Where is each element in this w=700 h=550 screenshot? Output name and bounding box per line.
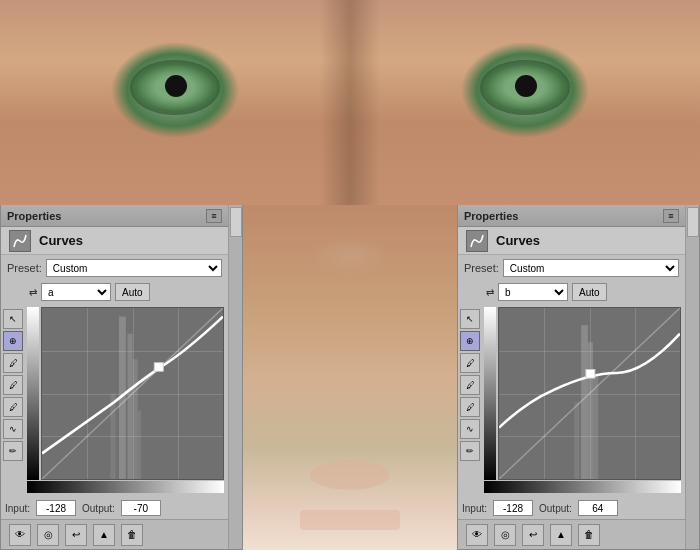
right-curves-label: Curves — [496, 233, 540, 248]
left-properties-panel: Properties ≡ Curves Preset: — [0, 205, 243, 550]
left-eyedropper-black[interactable]: 🖊 — [3, 353, 23, 373]
right-auto-button[interactable]: Auto — [572, 283, 607, 301]
left-channel-icon: ⇄ — [29, 287, 37, 298]
left-graph-container — [27, 307, 224, 493]
left-panel-content: Properties ≡ Curves Preset: — [1, 205, 228, 549]
right-preset-select[interactable]: Custom — [503, 259, 679, 277]
left-eyedropper-gray[interactable]: 🖊 — [3, 375, 23, 395]
right-channel-select[interactable]: b — [498, 283, 568, 301]
left-auto-button[interactable]: Auto — [115, 283, 150, 301]
middle-strip-face — [243, 205, 457, 550]
left-input-label: Input: — [5, 503, 30, 514]
right-scrollbar[interactable] — [685, 205, 699, 549]
right-eye-button[interactable]: 👁 — [466, 524, 488, 546]
right-smooth-tool[interactable]: ∿ — [460, 419, 480, 439]
left-eye-button[interactable]: 👁 — [9, 524, 31, 546]
right-output-label: Output: — [539, 503, 572, 514]
right-channel-icon: ⇄ — [486, 287, 494, 298]
left-io-row: Input: Output: — [1, 497, 228, 519]
right-curve-line — [499, 308, 680, 479]
right-channel-row: ⇄ b Auto — [458, 281, 685, 303]
right-trash-button[interactable]: 🗑 — [578, 524, 600, 546]
left-channel-row: ⇄ a Auto — [1, 281, 228, 303]
right-properties-panel: Properties ≡ Curves Preset: — [457, 205, 700, 550]
left-curves-label: Curves — [39, 233, 83, 248]
left-curve-graph[interactable] — [41, 307, 224, 480]
left-scroll-thumb[interactable] — [230, 207, 242, 237]
right-curves-icon — [466, 230, 488, 252]
left-panel-header: Properties ≡ — [1, 205, 228, 227]
svg-rect-14 — [586, 370, 595, 379]
left-adjust-tool[interactable]: ⊕ — [3, 331, 23, 351]
left-bottom-toolbar: 👁 ◎ ↩ ▲ 🗑 — [1, 519, 228, 549]
right-history-button[interactable]: ↩ — [522, 524, 544, 546]
left-view-button[interactable]: ◎ — [37, 524, 59, 546]
right-panel-menu-button[interactable]: ≡ — [663, 209, 679, 223]
left-smooth-tool[interactable]: ∿ — [3, 419, 23, 439]
right-input-label: Input: — [462, 503, 487, 514]
left-tools-column: ↖ ⊕ 🖊 🖊 🖊 ∿ ✏ — [3, 307, 25, 493]
right-graph-container — [484, 307, 681, 493]
right-scroll-thumb[interactable] — [687, 207, 699, 237]
right-bottom-toolbar: 👁 ◎ ↩ ▲ 🗑 — [458, 519, 685, 549]
right-adjust-tool[interactable]: ⊕ — [460, 331, 480, 351]
right-pen-tool[interactable]: ✏ — [460, 441, 480, 461]
left-gradient-bar-vertical — [27, 307, 39, 480]
right-preset-row: Preset: Custom — [458, 255, 685, 281]
left-scrollbar[interactable] — [228, 205, 242, 549]
right-view-button[interactable]: ◎ — [494, 524, 516, 546]
left-trash-button[interactable]: 🗑 — [121, 524, 143, 546]
right-curve-graph[interactable] — [498, 307, 681, 480]
left-preset-row: Preset: Custom — [1, 255, 228, 281]
face-background — [0, 0, 700, 205]
right-gradient-bar-vertical — [484, 307, 496, 480]
left-curves-title-bar: Curves — [1, 227, 228, 255]
left-mask-button[interactable]: ▲ — [93, 524, 115, 546]
svg-rect-7 — [154, 363, 163, 372]
left-preset-select[interactable]: Custom — [46, 259, 222, 277]
right-preset-label: Preset: — [464, 262, 499, 274]
left-eyedropper-white[interactable]: 🖊 — [3, 397, 23, 417]
left-curves-icon — [9, 230, 31, 252]
left-preset-label: Preset: — [7, 262, 42, 274]
right-input-field[interactable] — [493, 500, 533, 516]
right-panel-content: Properties ≡ Curves Preset: — [458, 205, 685, 549]
left-pen-tool[interactable]: ✏ — [3, 441, 23, 461]
left-gradient-bar-horizontal — [27, 481, 224, 493]
right-curves-title-bar: Curves — [458, 227, 685, 255]
right-eyedropper-black[interactable]: 🖊 — [460, 353, 480, 373]
left-output-field[interactable] — [121, 500, 161, 516]
left-curve-line — [42, 308, 223, 479]
right-panel-header: Properties ≡ — [458, 205, 685, 227]
left-pointer-tool[interactable]: ↖ — [3, 309, 23, 329]
left-panel-menu-button[interactable]: ≡ — [206, 209, 222, 223]
right-gradient-bar-horizontal — [484, 481, 681, 493]
right-eyedropper-gray[interactable]: 🖊 — [460, 375, 480, 395]
main-image — [0, 0, 700, 205]
left-panel-title: Properties — [7, 210, 61, 222]
left-channel-select[interactable]: a — [41, 283, 111, 301]
right-panel-title: Properties — [464, 210, 518, 222]
left-input-field[interactable] — [36, 500, 76, 516]
middle-image-strip — [243, 205, 457, 550]
left-output-label: Output: — [82, 503, 115, 514]
right-tools-column: ↖ ⊕ 🖊 🖊 🖊 ∿ ✏ — [460, 307, 482, 493]
right-io-row: Input: Output: — [458, 497, 685, 519]
right-mask-button[interactable]: ▲ — [550, 524, 572, 546]
left-panel-scrollable: Properties ≡ Curves Preset: — [1, 205, 242, 549]
left-history-button[interactable]: ↩ — [65, 524, 87, 546]
right-eyedropper-white[interactable]: 🖊 — [460, 397, 480, 417]
nose-shadow — [320, 0, 380, 205]
left-curves-main: ↖ ⊕ 🖊 🖊 🖊 ∿ ✏ — [1, 303, 228, 497]
panels-container: Properties ≡ Curves Preset: — [0, 205, 700, 550]
right-curves-main: ↖ ⊕ 🖊 🖊 🖊 ∿ ✏ — [458, 303, 685, 497]
right-panel-scrollable: Properties ≡ Curves Preset: — [458, 205, 699, 549]
right-output-field[interactable] — [578, 500, 618, 516]
right-pointer-tool[interactable]: ↖ — [460, 309, 480, 329]
